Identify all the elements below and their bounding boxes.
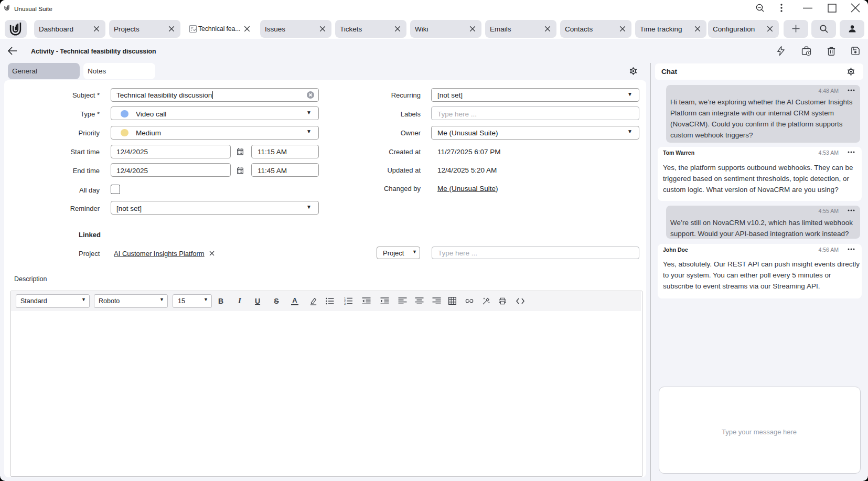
svg-text:3: 3 — [344, 302, 346, 305]
